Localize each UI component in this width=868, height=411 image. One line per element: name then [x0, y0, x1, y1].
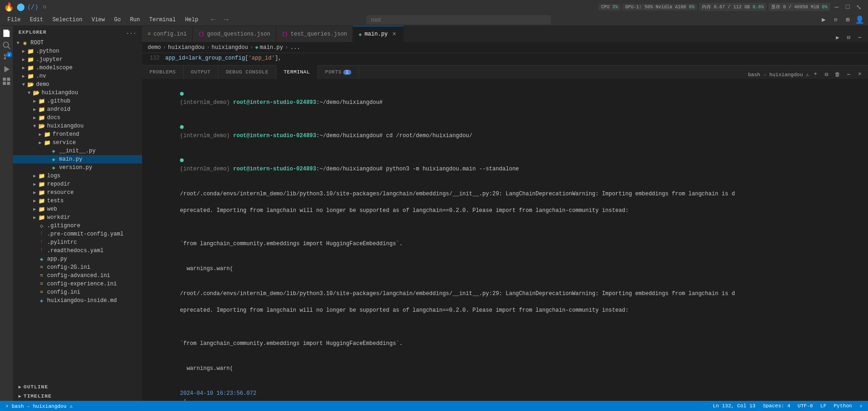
status-sync[interactable]: ⚡	[857, 403, 864, 409]
tree-workdir[interactable]: ▶ 📁 workdir	[13, 213, 142, 222]
tree-gitignore[interactable]: ◇ .gitignore	[13, 222, 142, 230]
run-file-btn[interactable]: ▶	[833, 33, 842, 42]
tree-hxd1[interactable]: ▼ 📂 huixiangdou	[13, 89, 142, 97]
person-icon[interactable]: 👤	[855, 15, 864, 24]
tab-main-py-close[interactable]: ×	[390, 30, 398, 38]
search-bar[interactable]	[366, 15, 551, 24]
tree-jupyter[interactable]: ▶ 📁 .jupyter	[13, 55, 142, 64]
tree-hxd-inside[interactable]: ◈ huixiangdou-inside.md	[13, 296, 142, 305]
tree-demo[interactable]: ▼ 📂 demo	[13, 80, 142, 89]
tree-config-exp[interactable]: = config-experience.ini	[13, 280, 142, 288]
tab-config-ini[interactable]: = config.ini	[142, 26, 193, 42]
tree-python[interactable]: ▶ 📁 .python	[13, 47, 142, 55]
search-input[interactable]	[366, 15, 551, 24]
activity-source-control[interactable]: 2	[1, 52, 12, 63]
status-branch[interactable]: ⚡ bash - huixiangdou ⚠	[4, 403, 74, 409]
tree-app-py[interactable]: ◈ app.py	[13, 255, 142, 263]
jupyter-icon: 📁	[27, 56, 34, 63]
status-language[interactable]: Python	[832, 403, 854, 409]
nav-forward[interactable]: →	[221, 15, 232, 24]
breadcrumb-more[interactable]: ...	[290, 44, 300, 51]
tree-readthedocs[interactable]: ! .readthedocs.yaml	[13, 247, 142, 255]
menu-go[interactable]: Go	[110, 16, 124, 24]
tree-init-py[interactable]: ◈ __init__.py	[13, 147, 142, 155]
tree-frontend[interactable]: ▶ 📁 frontend	[13, 130, 142, 139]
tree-config-ini[interactable]: = config.ini	[13, 288, 142, 296]
config2g-label: config-2G.ini	[47, 264, 90, 271]
tree-hxd2[interactable]: ▼ 📂 huixiangdou	[13, 122, 142, 130]
tab-main-py[interactable]: ◈ main.py ×	[353, 26, 404, 42]
menu-selection[interactable]: Selection	[49, 16, 86, 24]
more-actions-btn[interactable]: ⋯	[855, 33, 864, 42]
tree-android[interactable]: ▶ 📁 android	[13, 105, 142, 114]
tree-repodir[interactable]: ▶ 📁 repodir	[13, 180, 142, 188]
tree-main-py[interactable]: ◈ main.py	[13, 155, 142, 163]
tree-root[interactable]: ▼ ◉ ROOT	[13, 39, 142, 47]
precommit-label: .pre-commit-config.yaml	[47, 231, 124, 237]
panel-trash-btn[interactable]: 🗑	[833, 70, 842, 79]
menu-help[interactable]: Help	[181, 16, 202, 24]
tab-good-questions[interactable]: {} good_questions.json	[193, 26, 276, 42]
tab-test-queries[interactable]: {} test_queries.json	[276, 26, 353, 42]
panel-close-btn[interactable]: ×	[855, 70, 864, 79]
panel-add-btn[interactable]: +	[811, 70, 820, 79]
breadcrumb-demo[interactable]: demo	[148, 44, 161, 51]
window-close[interactable]: ⤡	[854, 2, 863, 12]
panel-tab-terminal[interactable]: TERMINAL	[276, 65, 318, 79]
tree-version-py[interactable]: ◈ version.py	[13, 163, 142, 172]
hxd1-icon: 📂	[32, 89, 40, 97]
tree-modelscope[interactable]: ▶ 📁 .modelscope	[13, 64, 142, 72]
window-maximize[interactable]: □	[843, 2, 852, 12]
layout-icon[interactable]: ⊞	[843, 15, 852, 24]
tree-tests[interactable]: ▶ 📁 tests	[13, 197, 142, 205]
tree-precommit[interactable]: ! .pre-commit-config.yaml	[13, 230, 142, 238]
status-ln-col[interactable]: Ln 132, Col 13	[711, 403, 757, 409]
split-icon[interactable]: ⊟	[831, 15, 840, 24]
tree-resource[interactable]: ▶ 📁 resource	[13, 188, 142, 197]
status-encoding[interactable]: UTF-8	[796, 403, 815, 409]
breadcrumb-hxd1[interactable]: huixiangdou	[168, 44, 204, 51]
repodir-label: repodir	[47, 181, 70, 187]
menu-view[interactable]: View	[88, 16, 108, 24]
outline-section[interactable]: ▶ OUTLINE	[13, 382, 142, 392]
logs-icon: 📁	[38, 172, 45, 180]
tree-github[interactable]: ▶ 📁 .github	[13, 97, 142, 105]
tree-config2g[interactable]: = config-2G.ini	[13, 263, 142, 272]
panel-more-btn[interactable]: ⋯	[844, 70, 853, 79]
activity-run[interactable]	[1, 64, 12, 75]
menu-run[interactable]: Run	[126, 16, 144, 24]
panel-tab-ports[interactable]: PORTS 1	[318, 65, 359, 79]
panel-tab-debug-console[interactable]: DEBUG CONSOLE	[218, 65, 276, 79]
breadcrumb-hxd2[interactable]: huixiangdou	[211, 44, 248, 51]
timeline-section[interactable]: ▶ TIMELINE	[13, 392, 142, 401]
menu-edit[interactable]: Edit	[26, 16, 47, 24]
tree-docs[interactable]: ▶ 📁 docs	[13, 114, 142, 122]
panel-tab-output[interactable]: OUTPUT	[184, 65, 219, 79]
workdir-label: workdir	[47, 214, 70, 221]
sidebar-more-icon[interactable]: ...	[126, 30, 137, 35]
tree-pylintrc[interactable]: ! .pylintrc	[13, 238, 142, 247]
menu-terminal[interactable]: Terminal	[145, 16, 180, 24]
terminal[interactable]: (internlm_demo) root@intern-studio-02489…	[142, 79, 868, 401]
tree-logs[interactable]: ▶ 📁 logs	[13, 172, 142, 180]
tree-web[interactable]: ▶ 📁 web	[13, 205, 142, 213]
menu-file[interactable]: File	[4, 16, 24, 24]
breadcrumb-file[interactable]: ◈main.py	[255, 44, 283, 51]
activity-explorer[interactable]	[1, 28, 12, 39]
demo-icon: 📂	[27, 81, 34, 88]
tree-nv[interactable]: ▶ 📁 .nv	[13, 72, 142, 80]
svg-point-0	[3, 42, 8, 47]
nav-back[interactable]: ←	[208, 15, 219, 24]
activity-extensions[interactable]	[1, 76, 12, 87]
status-eol[interactable]: LF	[819, 403, 828, 409]
tree-config-adv[interactable]: = config-advanced.ini	[13, 272, 142, 280]
app-icon-code: ⟨/⟩	[29, 3, 37, 11]
tree-service[interactable]: ▶ 📁 service	[13, 139, 142, 147]
panel-split-btn[interactable]: ⊟	[822, 70, 831, 79]
panel-tab-problems[interactable]: PROBLEMS	[142, 65, 184, 79]
activity-search[interactable]	[1, 40, 12, 51]
status-spaces[interactable]: Spaces: 4	[761, 403, 792, 409]
run-icon[interactable]: ▶	[819, 15, 828, 24]
split-editor-btn[interactable]: ⊟	[844, 33, 853, 42]
window-minimize[interactable]: —	[832, 2, 841, 12]
